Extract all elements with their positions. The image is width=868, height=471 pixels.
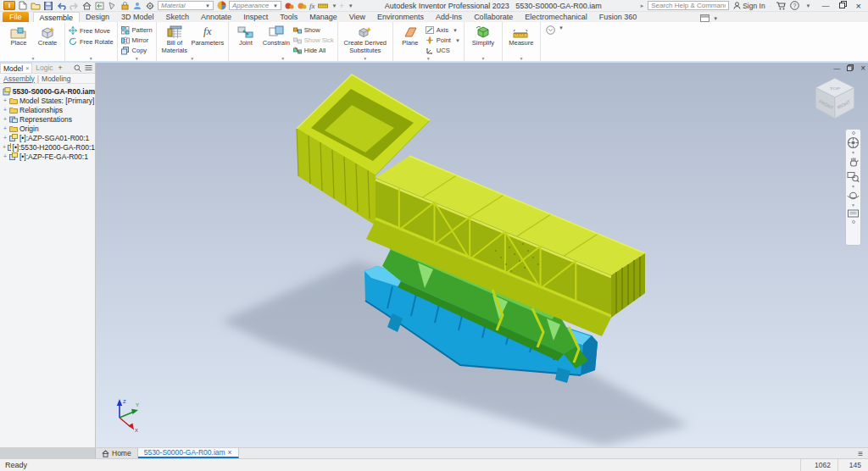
new-file-icon[interactable]: [18, 1, 28, 10]
chevron-down-icon[interactable]: ▼: [851, 203, 855, 207]
redo-icon[interactable]: [69, 1, 79, 10]
graphics-viewport[interactable]: — × TOP FRONT RIGHT ▼ ▼: [96, 63, 868, 447]
free-move-button[interactable]: Free Move: [69, 25, 114, 36]
measure-button[interactable]: Measure: [506, 24, 537, 55]
free-rotate-button[interactable]: Free Rotate: [69, 36, 114, 47]
panel-dropdown-icon[interactable]: ▼: [363, 56, 367, 61]
tree-item-component[interactable]: + [•]:AZP-FE-GA-R00:1: [3, 152, 95, 161]
tab-environments[interactable]: Environments: [371, 12, 430, 22]
copy-button[interactable]: Copy: [121, 46, 153, 55]
help-dropdown-icon[interactable]: ▼: [806, 3, 811, 8]
inventor-logo-icon[interactable]: I: [3, 1, 15, 10]
ucs-button[interactable]: UCS: [426, 46, 460, 55]
appearance-dropdown[interactable]: Appearance▼: [229, 1, 281, 10]
3d-model-canvas[interactable]: [96, 63, 868, 447]
slice-icon[interactable]: [107, 1, 117, 10]
panel-dropdown-icon[interactable]: ▼: [190, 56, 194, 61]
panel-dropdown-icon[interactable]: ▼: [281, 56, 285, 61]
ribbon-options-button[interactable]: ▼: [546, 25, 564, 61]
tree-item-component[interactable]: + [•]:5530-H2000-GA-R00:1: [3, 142, 95, 152]
tree-item-model-states[interactable]: + Model States: [Primary]: [3, 96, 95, 105]
color-wheel-icon[interactable]: [216, 1, 226, 10]
minimize-button[interactable]: —: [822, 2, 830, 10]
view-cube[interactable]: TOP FRONT RIGHT: [809, 73, 861, 125]
hide-all-button[interactable]: Hide All: [293, 46, 334, 55]
constrain-button[interactable]: Constrain: [261, 24, 292, 55]
doc-minimize-button[interactable]: —: [833, 64, 840, 72]
add-qat-icon[interactable]: +: [339, 2, 343, 10]
app-store-cart-icon[interactable]: [776, 1, 786, 10]
tab-tools[interactable]: Tools: [274, 12, 303, 22]
home-tab[interactable]: Home: [96, 448, 138, 458]
restore-button[interactable]: [839, 1, 847, 10]
viewcube-top-label[interactable]: TOP: [830, 86, 841, 90]
simplify-button[interactable]: Simplify: [468, 24, 498, 55]
tab-file[interactable]: File: [3, 12, 29, 22]
expand-icon[interactable]: +: [3, 97, 8, 103]
tab-electromechanical[interactable]: Electromechanical: [519, 12, 593, 22]
tab-view[interactable]: View: [343, 12, 371, 22]
navigation-wheel-icon[interactable]: [847, 136, 860, 149]
point-button[interactable]: Point ▼: [426, 36, 460, 45]
navbar-handle[interactable]: [852, 131, 855, 135]
expand-icon[interactable]: +: [3, 107, 8, 113]
orbit-icon[interactable]: [847, 190, 860, 202]
browser-tab-model[interactable]: Model×: [0, 63, 32, 73]
panel-dropdown-icon[interactable]: ▼: [481, 56, 485, 61]
sign-in-button[interactable]: Sign In: [733, 2, 765, 10]
tab-design[interactable]: Design: [80, 12, 115, 22]
customize-qat-icon[interactable]: ▼: [348, 3, 353, 8]
bill-of-materials-button[interactable]: Bill ofMaterials: [160, 24, 189, 55]
document-tab[interactable]: 5530-S0000-GA-R00.iam ×: [138, 448, 239, 458]
panel-dropdown-icon[interactable]: ▼: [519, 56, 523, 61]
tab-3d-model[interactable]: 3D Model: [115, 12, 160, 22]
close-icon[interactable]: ×: [25, 65, 29, 71]
tab-inspect[interactable]: Inspect: [237, 12, 274, 22]
lock-icon[interactable]: [120, 1, 130, 10]
tab-sketch[interactable]: Sketch: [160, 12, 196, 22]
assembly-view-link[interactable]: Assembly: [3, 75, 35, 83]
tree-item-origin[interactable]: + Origin: [3, 124, 95, 133]
help-icon[interactable]: ?: [790, 1, 800, 10]
panel-dropdown-icon[interactable]: ▼: [426, 56, 431, 61]
panel-dropdown-icon[interactable]: ▼: [89, 56, 93, 61]
show-sick-button[interactable]: Show Sick: [293, 36, 334, 45]
expand-icon[interactable]: +: [3, 135, 8, 141]
show-relationships-button[interactable]: Show: [293, 25, 334, 35]
save-icon[interactable]: [43, 1, 53, 10]
look-at-icon[interactable]: [847, 208, 860, 219]
joint-button[interactable]: Joint: [232, 24, 259, 55]
chevron-down-icon[interactable]: ▼: [332, 3, 337, 8]
expand-icon[interactable]: +: [3, 153, 8, 159]
search-icon[interactable]: [74, 64, 81, 72]
pan-hand-icon[interactable]: [848, 156, 860, 169]
search-input[interactable]: [648, 1, 729, 10]
user-presence-icon[interactable]: [132, 1, 142, 10]
plane-button[interactable]: Plane: [397, 24, 424, 55]
search-expand-icon[interactable]: ▸: [641, 3, 644, 9]
expand-icon[interactable]: +: [3, 144, 6, 150]
expand-icon[interactable]: +: [3, 125, 8, 131]
tree-item-component[interactable]: + [•]:AZP-SGA01-R00:1: [3, 133, 95, 142]
mirror-button[interactable]: Mirror: [121, 36, 153, 45]
adjust-appearance-icon[interactable]: [284, 1, 294, 10]
tab-assemble[interactable]: Assemble: [33, 12, 81, 22]
zoom-window-icon[interactable]: [847, 170, 860, 183]
tab-annotate[interactable]: Annotate: [195, 12, 237, 22]
material-dropdown[interactable]: Material▼: [158, 1, 214, 10]
pattern-button[interactable]: Pattern: [121, 25, 153, 35]
chevron-down-icon[interactable]: ▼: [851, 185, 855, 188]
open-file-icon[interactable]: [31, 1, 41, 10]
tab-collaborate[interactable]: Collaborate: [468, 12, 519, 22]
return-icon[interactable]: [94, 1, 104, 10]
tab-list-menu-icon[interactable]: ≡: [858, 448, 868, 458]
close-button[interactable]: ×: [856, 1, 861, 11]
tab-add-ins[interactable]: Add-Ins: [430, 12, 468, 22]
place-button[interactable]: Place: [5, 24, 32, 55]
expand-icon[interactable]: +: [3, 116, 8, 122]
browser-tab-logic[interactable]: Logic: [32, 64, 56, 72]
modeling-view-link[interactable]: Modeling: [42, 75, 71, 83]
home-view-icon[interactable]: [81, 1, 92, 10]
ribbon-display-toggle[interactable]: ▼: [700, 14, 718, 22]
axis-button[interactable]: Axis ▼: [426, 25, 460, 35]
